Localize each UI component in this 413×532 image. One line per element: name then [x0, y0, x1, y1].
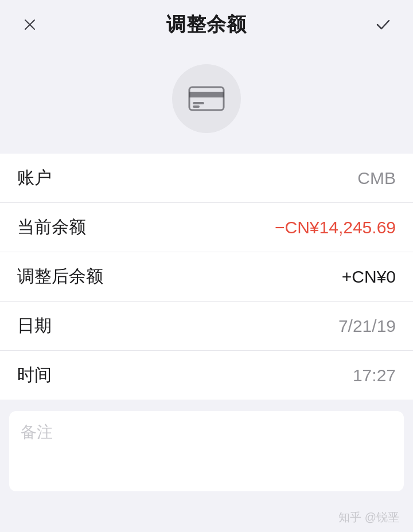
- time-label: 时间: [17, 363, 52, 387]
- screen: 调整余额 账户 CMB 当前余额 −CN: [0, 0, 413, 532]
- page-title: 调整余额: [166, 11, 247, 38]
- form-row-time[interactable]: 时间 17:27: [0, 351, 413, 400]
- form-row-date[interactable]: 日期 7/21/19: [0, 302, 413, 351]
- date-label: 日期: [17, 314, 52, 338]
- date-value: 7/21/19: [338, 316, 396, 336]
- card-icon-circle: [172, 64, 241, 133]
- form-row-current-balance: 当前余额 −CN¥14,245.69: [0, 203, 413, 252]
- confirm-button[interactable]: [371, 12, 396, 37]
- header: 调整余额: [0, 0, 413, 47]
- close-button[interactable]: [17, 12, 42, 37]
- check-icon: [375, 17, 391, 33]
- card-icon-container: [0, 47, 413, 154]
- watermark: 知乎 @锐垩: [338, 510, 399, 525]
- svg-rect-4: [193, 102, 204, 104]
- account-label: 账户: [17, 166, 52, 190]
- account-value: CMB: [357, 169, 396, 188]
- notes-input[interactable]: [21, 420, 392, 478]
- close-icon: [23, 18, 37, 32]
- notes-section: [9, 411, 404, 491]
- card-icon: [188, 85, 225, 112]
- form-section: 账户 CMB 当前余额 −CN¥14,245.69 调整后余额 +CN¥0 日期…: [0, 154, 413, 400]
- form-row-account: 账户 CMB: [0, 154, 413, 203]
- svg-rect-3: [189, 92, 224, 97]
- adjusted-balance-label: 调整后余额: [17, 265, 103, 288]
- form-row-adjusted-balance[interactable]: 调整后余额 +CN¥0: [0, 252, 413, 302]
- current-balance-value: −CN¥14,245.69: [275, 218, 396, 237]
- time-value: 17:27: [353, 366, 396, 385]
- svg-rect-5: [193, 105, 200, 108]
- current-balance-label: 当前余额: [17, 216, 86, 239]
- adjusted-balance-value: +CN¥0: [342, 267, 396, 287]
